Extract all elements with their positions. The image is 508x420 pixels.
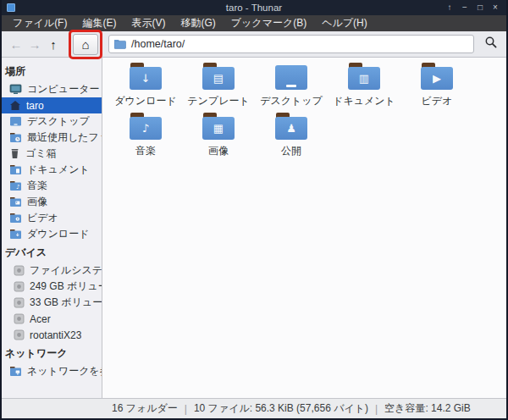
sidebar-header-devices: デバイス bbox=[2, 242, 102, 262]
sidebar-item-label: Acer bbox=[30, 313, 51, 325]
close-button[interactable]: × bbox=[489, 2, 501, 14]
minimize-button[interactable]: − bbox=[459, 2, 471, 14]
trash-icon bbox=[9, 148, 20, 159]
sidebar-item-volume-33gb[interactable]: 33 GB ボリューム bbox=[2, 295, 102, 311]
menu-help[interactable]: ヘルプ(H) bbox=[314, 15, 375, 31]
menu-file[interactable]: ファイル(F) bbox=[5, 15, 75, 31]
sidebar-item-downloads[interactable]: ダウンロード bbox=[2, 226, 102, 242]
sidebar-item-label: ネットワークを参... bbox=[27, 364, 102, 379]
status-folder-count: 16 フォルダー bbox=[112, 401, 178, 416]
sidebar: 場所 コンピューター taro デスクトップ 最近使用したファ... ゴミ箱 bbox=[2, 58, 102, 398]
home-button[interactable]: ⌂ bbox=[73, 34, 98, 55]
drive-icon bbox=[14, 281, 25, 292]
back-button[interactable]: ← bbox=[7, 34, 25, 54]
titlebar: taro - Thunar ↑ − □ × bbox=[2, 0, 506, 15]
toolbar: ← → ↑ ⌂ /home/taro/ bbox=[2, 31, 506, 58]
folder-public-icon: ♟ bbox=[274, 113, 308, 141]
sidebar-item-videos[interactable]: ビデオ bbox=[2, 210, 102, 226]
file-item-label: ドキュメント bbox=[333, 94, 395, 108]
music-emblem-icon: ♪ bbox=[142, 123, 149, 134]
sidebar-item-label: 249 GB ボリューム bbox=[30, 279, 102, 294]
sidebar-item-label: ゴミ箱 bbox=[25, 146, 57, 161]
sidebar-item-label: ドキュメント bbox=[27, 163, 90, 177]
desktop-icon bbox=[274, 63, 308, 91]
maximize-button[interactable]: □ bbox=[474, 2, 486, 14]
folder-music-icon: ♪ bbox=[9, 180, 22, 191]
sidebar-item-label: ダウンロード bbox=[27, 227, 89, 241]
status-free-space: 空き容量: 14.2 GiB bbox=[384, 401, 471, 416]
sidebar-item-acer[interactable]: Acer bbox=[2, 311, 102, 327]
sidebar-header-network: ネットワーク bbox=[2, 343, 102, 363]
sidebar-item-trash[interactable]: ゴミ箱 bbox=[2, 146, 102, 162]
desktop-icon bbox=[9, 116, 22, 127]
sidebar-item-label: ファイルシステム bbox=[30, 263, 102, 278]
video-emblem-icon: ▶ bbox=[433, 73, 441, 84]
menu-bookmarks[interactable]: ブックマーク(B) bbox=[224, 15, 314, 31]
sidebar-item-volume-249gb[interactable]: 249 GB ボリューム bbox=[2, 279, 102, 295]
document-emblem-icon: ▤ bbox=[213, 73, 224, 84]
folder-documents-icon bbox=[9, 164, 22, 175]
svg-text:♪: ♪ bbox=[16, 184, 19, 191]
file-item-label: デスクトップ bbox=[260, 94, 323, 108]
thunar-window: taro - Thunar ↑ − □ × ファイル(F) 編集(E) 表示(V… bbox=[0, 0, 508, 420]
menu-go[interactable]: 移動(G) bbox=[173, 15, 223, 31]
folder-templates-icon: ▤ bbox=[202, 63, 235, 91]
person-emblem-icon: ♟ bbox=[286, 123, 296, 134]
sidebar-item-browse-network[interactable]: ネットワークを参... bbox=[2, 363, 102, 379]
sidebar-item-desktop[interactable]: デスクトップ bbox=[2, 113, 102, 130]
shade-button[interactable]: ↑ bbox=[444, 2, 456, 14]
content-area: 場所 コンピューター taro デスクトップ 最近使用したファ... ゴミ箱 bbox=[2, 58, 506, 398]
path-entry[interactable]: /home/taro/ bbox=[108, 35, 474, 53]
window-controls: ↑ − □ × bbox=[444, 2, 506, 14]
window-title: taro - Thunar bbox=[2, 3, 506, 13]
sidebar-item-rootantix23[interactable]: rootantiX23 bbox=[2, 327, 102, 343]
sidebar-item-label: コンピューター bbox=[27, 82, 99, 97]
folder-downloads-icon bbox=[9, 229, 22, 240]
drive-icon bbox=[14, 329, 25, 340]
sidebar-item-music[interactable]: ♪ 音楽 bbox=[2, 178, 102, 194]
search-button[interactable] bbox=[481, 34, 501, 54]
folder-pictures-icon: ▦ bbox=[202, 113, 235, 141]
sidebar-item-label: 33 GB ボリューム bbox=[30, 296, 102, 310]
drive-icon bbox=[14, 265, 25, 276]
folder-pictures-icon bbox=[9, 196, 22, 207]
file-item-documents[interactable]: ▥ ドキュメント bbox=[328, 63, 400, 112]
folder-downloads-icon: ↓ bbox=[129, 63, 163, 91]
network-folder-icon bbox=[9, 366, 22, 377]
file-item-desktop[interactable]: デスクトップ bbox=[255, 63, 328, 112]
sidebar-item-filesystem[interactable]: ファイルシステム bbox=[2, 262, 102, 279]
menu-view[interactable]: 表示(V) bbox=[124, 15, 173, 31]
sidebar-item-label: taro bbox=[26, 100, 44, 112]
file-item-templates[interactable]: ▤ テンプレート bbox=[182, 63, 255, 112]
forward-icon: → bbox=[29, 37, 41, 52]
back-icon: ← bbox=[10, 37, 23, 52]
file-item-pictures[interactable]: ▦ 画像 bbox=[182, 113, 255, 162]
sidebar-item-documents[interactable]: ドキュメント bbox=[2, 162, 102, 178]
file-item-videos[interactable]: ▶ ビデオ bbox=[400, 63, 473, 112]
sidebar-item-label: rootantiX23 bbox=[30, 329, 81, 341]
file-item-label: 音楽 bbox=[135, 144, 156, 158]
sidebar-item-pictures[interactable]: 画像 bbox=[2, 194, 102, 210]
file-item-label: ダウンロード bbox=[114, 94, 176, 108]
up-button[interactable]: ↑ bbox=[44, 34, 63, 54]
file-icon-view[interactable]: ↓ ダウンロード ▤ テンプレート デスクトップ ▥ ドキュメント ▶ ビデオ … bbox=[102, 58, 506, 398]
status-separator: | bbox=[185, 403, 187, 415]
picture-emblem-icon: ▦ bbox=[213, 123, 224, 134]
drive-icon bbox=[14, 297, 25, 308]
sidebar-item-label: 画像 bbox=[27, 195, 47, 209]
sidebar-item-computer[interactable]: コンピューター bbox=[2, 81, 102, 97]
sidebar-header-places: 場所 bbox=[2, 61, 102, 81]
folder-documents-icon: ▥ bbox=[347, 63, 381, 91]
page-emblem-icon: ▥ bbox=[359, 73, 369, 84]
sidebar-item-taro[interactable]: taro bbox=[2, 97, 102, 113]
search-icon bbox=[484, 36, 498, 52]
folder-videos-icon: ▶ bbox=[420, 63, 454, 91]
file-item-downloads[interactable]: ↓ ダウンロード bbox=[109, 63, 182, 112]
file-item-label: 公開 bbox=[281, 144, 301, 158]
menu-edit[interactable]: 編集(E) bbox=[75, 15, 124, 31]
file-item-music[interactable]: ♪ 音楽 bbox=[109, 113, 182, 162]
sidebar-item-recent[interactable]: 最近使用したファ... bbox=[2, 130, 102, 146]
forward-button[interactable]: → bbox=[25, 34, 44, 54]
file-item-public[interactable]: ♟ 公開 bbox=[255, 113, 328, 162]
file-item-label: 画像 bbox=[208, 144, 229, 158]
